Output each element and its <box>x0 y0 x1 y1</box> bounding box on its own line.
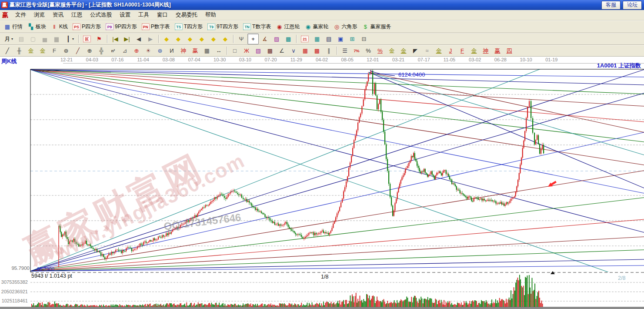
p9-square-button[interactable]: P99P四方形 <box>103 21 139 32</box>
zigzag-tool[interactable]: И <box>166 45 177 56</box>
j-angle-tool[interactable]: J <box>445 45 456 56</box>
menu-item-工具[interactable]: 工具 <box>134 10 153 20</box>
print-button[interactable]: ⊟ <box>358 34 370 44</box>
tick-chart-button[interactable]: ▤ <box>16 34 27 44</box>
sectors-button[interactable]: ▚板块 <box>25 21 48 32</box>
vee-line-tool[interactable]: ∨ <box>288 45 299 56</box>
candle-width-dropdown[interactable]: ┃▾ <box>63 34 76 44</box>
spiral-tool[interactable]: ⊚ <box>60 45 72 56</box>
chart-canvas[interactable] <box>0 57 644 309</box>
t9-square-button[interactable]: T99T四方形 <box>205 21 240 32</box>
angle-line-tool[interactable]: ∠ <box>276 45 287 56</box>
hand-tool-button[interactable]: Ψ <box>236 34 247 44</box>
minute-bars-button[interactable]: ▅ <box>39 34 50 44</box>
ying-grid-tool[interactable]: 赢 <box>190 45 201 56</box>
t-table-button[interactable]: TNT数字表 <box>241 21 273 32</box>
menu-item-窗口[interactable]: 窗口 <box>153 10 172 20</box>
grid-box-tool[interactable]: ▩ <box>264 45 276 56</box>
winner-service-button[interactable]: $赢家服务 <box>360 21 393 32</box>
overlay-region-button[interactable]: 区 <box>81 34 93 44</box>
wave-overlay-tool[interactable]: ≈ <box>421 45 433 56</box>
menu-item-公式选股[interactable]: 公式选股 <box>86 10 116 20</box>
calculator-button[interactable]: ▦ <box>311 34 323 44</box>
menu-item-帮助[interactable]: 帮助 <box>201 10 220 20</box>
gold-lines-tool[interactable]: 金 <box>398 45 409 56</box>
diamond-left-button[interactable]: ◆ <box>161 34 172 44</box>
slashes-tool[interactable]: ∥ <box>323 45 334 56</box>
percent-line-tool[interactable]: % <box>374 45 386 56</box>
diamond-right-button[interactable]: ◆ <box>173 34 184 44</box>
hexagon-button[interactable]: ◎六角形 <box>331 21 359 32</box>
crosshair-tool-button[interactable]: + <box>247 34 259 44</box>
p-square-button[interactable]: PSP四方形 <box>70 21 103 32</box>
shen-grid-tool[interactable]: 神 <box>178 45 189 56</box>
grid-fan-tool[interactable]: ▨ <box>253 45 264 56</box>
report-button[interactable]: ▢ <box>27 34 39 44</box>
kline-button[interactable]: ‖K线 <box>49 21 70 32</box>
menu-item-文件[interactable]: 文件 <box>11 10 30 20</box>
winner-wheel-button[interactable]: ◉赢家轮 <box>302 21 330 32</box>
kline-bars-button[interactable]: ▆ <box>51 34 62 44</box>
box-tool[interactable]: □ <box>229 45 240 56</box>
next-bar-button[interactable]: ▶ <box>145 34 156 44</box>
star-web-tool[interactable]: ☀ <box>143 45 154 56</box>
gann-wheel-button[interactable]: ◉江恩轮 <box>274 21 302 32</box>
last-bar-button[interactable]: ▶| <box>121 34 133 44</box>
menu-item-浏览[interactable]: 浏览 <box>30 10 49 20</box>
shen-angle-tool[interactable]: 神 <box>480 45 491 56</box>
hmeasure-tool[interactable]: ↔ <box>213 45 224 56</box>
menu-item-江恩[interactable]: 江恩 <box>67 10 86 20</box>
percent7-tool[interactable]: 7% <box>351 45 362 56</box>
t-square-button[interactable]: TST四方形 <box>173 21 205 32</box>
rays-tool[interactable]: Ж <box>241 45 252 56</box>
gold-grid-tool[interactable]: 金 <box>25 45 37 56</box>
levels-tool[interactable]: ☰ <box>339 45 350 56</box>
spider-web-tool[interactable]: ⊛ <box>154 45 166 56</box>
angle-ruler-tool[interactable]: ⊿ <box>119 45 130 56</box>
prev-bar-button[interactable]: ◀ <box>133 34 144 44</box>
gold-angle-tool[interactable]: 金 <box>433 45 444 56</box>
p-table-button[interactable]: PNP数字表 <box>140 21 172 32</box>
grid-tool[interactable]: ╫ <box>13 45 25 56</box>
n2-grid-tool[interactable]: n² <box>107 45 119 56</box>
draw-line-tool[interactable]: ╱ <box>2 45 13 56</box>
gold-angle2-tool[interactable]: 金 <box>468 45 480 56</box>
period-month-dropdown[interactable]: 月▾ <box>2 34 15 44</box>
ying-angle-tool[interactable]: 赢 <box>492 45 503 56</box>
first-bar-button[interactable]: |◀ <box>110 34 121 44</box>
draw-line2-tool[interactable]: ╱ <box>72 45 83 56</box>
menu-item-资讯[interactable]: 资讯 <box>49 10 67 20</box>
t-square-button-icon: TS <box>175 24 183 30</box>
menu-item-交易委托[interactable]: 交易委托 <box>172 10 201 20</box>
gold-grid2-tool[interactable]: 金 <box>37 45 48 56</box>
angle-measure-button[interactable]: ∡ <box>259 34 270 44</box>
flag-button[interactable]: ⚑ <box>93 34 105 44</box>
ruler-grid-tool[interactable]: ▦ <box>201 45 213 56</box>
menu-item-设置[interactable]: 设置 <box>116 10 134 20</box>
diamond-hexpand-button[interactable]: ◆ <box>184 34 196 44</box>
network-button[interactable]: ⊞ <box>347 34 358 44</box>
notebook-button[interactable]: ▤ <box>323 34 334 44</box>
marker-tool[interactable]: ◤ <box>410 45 421 56</box>
f-angle-tool[interactable]: F <box>457 45 468 56</box>
diamond-expand-button[interactable]: ◆ <box>208 34 219 44</box>
percent-tool[interactable]: % <box>363 45 374 56</box>
gann-shape-button[interactable]: ▨ <box>271 34 282 44</box>
red-grid2-tool[interactable]: ▩ <box>311 45 323 56</box>
pattern-button[interactable]: ▩ <box>283 34 294 44</box>
gann-fan-circle-tool[interactable]: ⊕ <box>131 45 142 56</box>
si-angle-tool[interactable]: 四 <box>504 45 515 56</box>
dense-grid-tool[interactable]: ╬ <box>96 45 107 56</box>
diamond-compress-button[interactable]: ◆ <box>220 34 231 44</box>
calendar-button[interactable]: 21 <box>299 34 311 44</box>
diamond-hcompress-button[interactable]: ◆ <box>196 34 207 44</box>
quotes-button[interactable]: ▦行情 <box>2 21 25 32</box>
forum-button[interactable]: 论坛 <box>623 1 642 10</box>
red-grid-tool[interactable]: ▦ <box>300 45 311 56</box>
customer-service-button[interactable]: 客服 <box>601 1 621 10</box>
save-button[interactable]: ▣ <box>335 34 346 44</box>
gold-circle-tool[interactable]: 金 <box>386 45 397 56</box>
circle-grid-tool[interactable]: ⊕ <box>84 45 95 56</box>
f-grid-tool[interactable]: F <box>49 45 60 56</box>
menu-logo[interactable]: 赢 <box>0 11 11 19</box>
